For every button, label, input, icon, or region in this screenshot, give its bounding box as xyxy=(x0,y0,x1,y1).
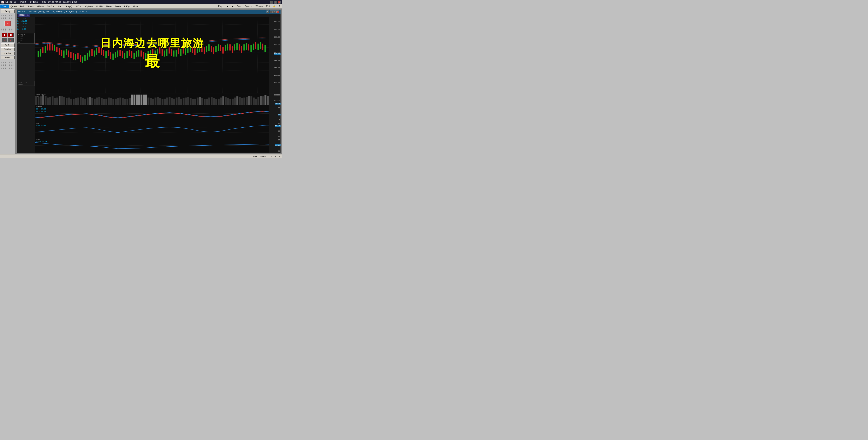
menu-rfqs[interactable]: RFQs xyxy=(122,4,131,8)
svg-rect-69 xyxy=(136,51,137,58)
candlestick-area[interactable]: 日内海边去哪里旅游 最 xyxy=(35,17,269,93)
menu-exit[interactable]: Exit xyxy=(265,4,271,8)
rsi-scale: 75 65.71 50 25 xyxy=(269,122,281,138)
symbol-tab-item[interactable]: KCEZ20.D ▼ xyxy=(18,14,30,17)
menu-quote[interactable]: Quote xyxy=(9,4,18,8)
menu-prev[interactable]: ◄ xyxy=(225,4,230,8)
chart-restore-btn[interactable]: □ xyxy=(273,10,276,13)
svg-rect-159 xyxy=(113,99,114,105)
svg-rect-222 xyxy=(260,96,262,105)
svg-rect-164 xyxy=(124,99,126,105)
svg-rect-47 xyxy=(84,55,86,61)
svg-rect-158 xyxy=(110,98,112,105)
svg-rect-149 xyxy=(89,97,91,105)
menu-chart[interactable]: Chart xyxy=(0,4,9,8)
svg-rect-31 xyxy=(47,44,48,51)
sidebar-intd[interactable]: <IntD> xyxy=(1,52,14,55)
main-price-panel[interactable]: 日内海边去哪里旅游 最 145.00 140.00 135.00 130.00 … xyxy=(35,17,281,93)
svg-rect-38 xyxy=(63,51,65,58)
svg-rect-220 xyxy=(255,99,257,105)
menu-status[interactable]: Status xyxy=(26,4,35,8)
price-110: 110.00 xyxy=(274,67,280,68)
svg-rect-79 xyxy=(159,48,160,54)
svg-rect-215 xyxy=(243,97,245,105)
menu-save[interactable]: Save xyxy=(236,4,243,8)
svg-rect-119 xyxy=(253,44,254,50)
menu-support[interactable]: Support xyxy=(244,4,254,8)
title-text: 11:21:16 P002 174856 - CQG Integrated Cl… xyxy=(5,1,78,3)
close-btn[interactable]: ✕ xyxy=(278,1,281,3)
svg-rect-225 xyxy=(267,96,269,105)
menu-ordtkt[interactable]: OrdTkt xyxy=(95,4,104,8)
menu-ts[interactable]: T&S xyxy=(18,4,26,8)
svg-rect-195 xyxy=(196,97,198,105)
svg-rect-163 xyxy=(122,98,124,105)
menu-page[interactable]: Page xyxy=(217,4,224,8)
sidebar-red2[interactable]: ■ xyxy=(8,33,13,37)
chart-close-btn[interactable]: ✕ xyxy=(276,10,279,13)
svg-rect-87 xyxy=(178,48,179,55)
svg-rect-51 xyxy=(94,51,95,57)
minimize-btn[interactable]: ─ xyxy=(270,1,273,3)
svg-rect-110 xyxy=(232,46,233,53)
price-130: 130.00 xyxy=(274,44,280,45)
svg-rect-137 xyxy=(61,96,63,105)
svg-rect-209 xyxy=(229,99,231,105)
svg-rect-50 xyxy=(91,49,93,56)
sidebar-print[interactable]: 🖨 xyxy=(4,21,11,26)
menu-trade[interactable]: Trade xyxy=(114,4,122,8)
svg-rect-150 xyxy=(91,98,93,105)
menu-snapq[interactable]: SnapQ xyxy=(64,4,74,8)
sidebar-red1[interactable]: ■ xyxy=(2,33,7,37)
svg-rect-111 xyxy=(234,44,235,51)
chart-title-bar: KCEZ20 - Coffee (ICE), Dec 20, Daily (De… xyxy=(17,10,281,13)
price-105: 105.00 xyxy=(274,74,280,76)
svg-rect-175 xyxy=(150,98,152,105)
svg-rect-124 xyxy=(265,45,266,52)
svg-rect-127 xyxy=(37,97,39,105)
sidebar-setup[interactable]: Setup xyxy=(1,9,14,13)
svg-rect-184 xyxy=(171,98,173,105)
menu-lock[interactable]: 🔒 xyxy=(272,4,277,8)
menu-more[interactable]: More xyxy=(131,4,140,8)
status-time: 11:21:17 xyxy=(269,155,280,158)
svg-rect-199 xyxy=(206,99,208,105)
price-115: 115.00 xyxy=(274,60,280,61)
menu-supsrv[interactable]: SupSrv xyxy=(45,4,56,8)
datebox-h: □ 117 xyxy=(18,37,34,39)
menu-window[interactable]: Window xyxy=(254,4,265,8)
sidebar-list[interactable]: <list> xyxy=(1,56,14,59)
svg-rect-97 xyxy=(201,46,203,52)
svg-rect-134 xyxy=(54,98,56,105)
menu-alert[interactable]: Alert xyxy=(56,4,64,8)
sstoch-panel: SStoch SSK= 37.01 SSD= 35.21 xyxy=(35,105,281,122)
rsi-svg xyxy=(35,122,269,138)
menu-news[interactable]: News xyxy=(105,4,114,8)
svg-rect-214 xyxy=(241,98,243,105)
menu-next[interactable]: ► xyxy=(230,4,235,8)
chart-window: KCEZ20 - Coffee (ICE), Dec 20, Daily (De… xyxy=(16,9,281,153)
sidebar-rescl[interactable]: ReScl xyxy=(1,43,14,47)
menu-help[interactable]: ? xyxy=(277,4,281,8)
menu-bar: Chart Quote T&S Status MScan SupSrv Aler… xyxy=(0,4,282,9)
svg-rect-197 xyxy=(201,98,203,105)
svg-rect-68 xyxy=(133,53,135,59)
svg-rect-118 xyxy=(250,45,252,52)
chart-search-btn[interactable]: 🔍 xyxy=(267,10,269,13)
svg-rect-177 xyxy=(155,97,156,105)
chart-minimize-btn[interactable]: ─ xyxy=(270,10,273,13)
sstoch-scale: 50 31 0 xyxy=(269,105,281,122)
svg-rect-48 xyxy=(87,53,88,60)
volume-svg xyxy=(35,93,269,105)
sidebar-studies[interactable]: Studies xyxy=(1,48,14,51)
svg-rect-94 xyxy=(194,48,195,55)
menu-options[interactable]: Options xyxy=(84,4,94,8)
menu-allcon[interactable]: AllCon xyxy=(74,4,84,8)
sidebar-cross2[interactable]: ✕ xyxy=(8,38,13,42)
svg-rect-59 xyxy=(113,54,114,60)
menu-mscan[interactable]: MScan xyxy=(35,4,45,8)
maximize-btn[interactable]: □ xyxy=(274,1,277,3)
sidebar-cross1[interactable]: ✕ xyxy=(2,38,7,42)
svg-rect-212 xyxy=(237,96,238,105)
svg-rect-146 xyxy=(82,98,84,105)
